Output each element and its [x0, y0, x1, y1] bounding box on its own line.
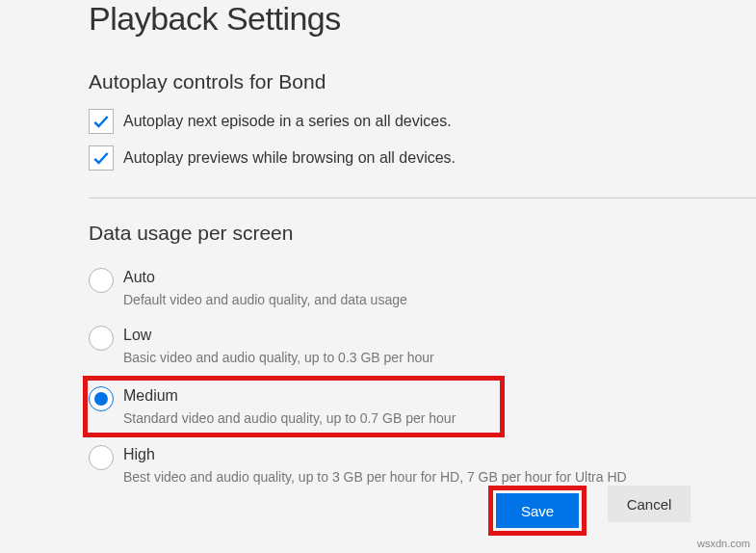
- save-highlight: Save: [488, 486, 587, 536]
- data-usage-high-radio[interactable]: [89, 445, 114, 470]
- data-usage-medium-radio[interactable]: [89, 386, 114, 411]
- data-usage-auto-label: Auto: [123, 268, 407, 288]
- data-usage-section-title: Data usage per screen: [89, 222, 756, 245]
- checkmark-icon: [91, 112, 111, 131]
- autoplay-next-episode-row: Autoplay next episode in a series on all…: [89, 109, 756, 134]
- data-usage-medium-row[interactable]: Medium Standard video and audio quality,…: [83, 376, 505, 437]
- cancel-button[interactable]: Cancel: [608, 486, 691, 522]
- autoplay-next-episode-checkbox[interactable]: [89, 109, 114, 134]
- autoplay-next-episode-label: Autoplay next episode in a series on all…: [123, 113, 452, 130]
- data-usage-high-text: High Best video and audio quality, up to…: [123, 445, 627, 486]
- autoplay-previews-checkbox[interactable]: [89, 145, 114, 171]
- data-usage-medium-label: Medium: [123, 386, 456, 407]
- autoplay-section-title: Autoplay controls for Bond: [89, 70, 756, 93]
- autoplay-previews-label: Autoplay previews while browsing on all …: [123, 149, 456, 167]
- data-usage-low-radio[interactable]: [89, 326, 114, 351]
- data-usage-auto-desc: Default video and audio quality, and dat…: [123, 291, 407, 308]
- page-title: Playback Settings: [89, 0, 756, 38]
- data-usage-auto-radio[interactable]: [89, 268, 114, 293]
- section-divider: [89, 198, 756, 198]
- autoplay-previews-row: Autoplay previews while browsing on all …: [89, 145, 756, 171]
- button-row: Save Cancel: [488, 486, 691, 536]
- data-usage-auto-row[interactable]: Auto Default video and audio quality, an…: [89, 260, 756, 318]
- data-usage-options: Auto Default video and audio quality, an…: [89, 260, 756, 495]
- radio-selected-icon: [94, 392, 108, 406]
- data-usage-high-desc: Best video and audio quality, up to 3 GB…: [123, 468, 627, 486]
- data-usage-medium-text: Medium Standard video and audio quality,…: [123, 386, 456, 427]
- data-usage-auto-text: Auto Default video and audio quality, an…: [123, 268, 407, 308]
- data-usage-low-row[interactable]: Low Basic video and audio quality, up to…: [89, 318, 756, 376]
- data-usage-low-label: Low: [123, 326, 434, 346]
- checkmark-icon: [91, 148, 111, 168]
- data-usage-medium-desc: Standard video and audio quality, up to …: [123, 409, 456, 427]
- save-button[interactable]: Save: [496, 493, 579, 528]
- data-usage-high-label: High: [123, 445, 627, 465]
- data-usage-low-desc: Basic video and audio quality, up to 0.3…: [123, 349, 434, 366]
- data-usage-low-text: Low Basic video and audio quality, up to…: [123, 326, 434, 366]
- watermark: wsxdn.com: [697, 538, 750, 549]
